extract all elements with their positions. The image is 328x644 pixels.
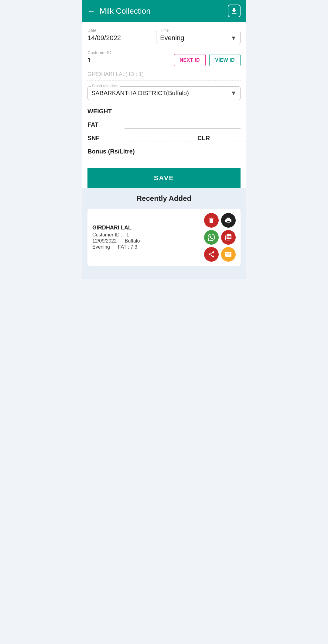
delete-icon [208, 217, 215, 224]
time-dropdown-arrow: ▼ [231, 35, 237, 42]
pdf-button[interactable] [221, 230, 236, 245]
fat-row: FAT [87, 121, 241, 129]
time-dropdown[interactable]: Time Evening ▼ [156, 31, 241, 44]
fat-label: FAT [87, 121, 121, 128]
time-value: Evening ▼ [160, 34, 237, 42]
back-button[interactable]: ← [87, 6, 95, 16]
email-button[interactable] [221, 247, 236, 262]
share-icon [208, 251, 215, 258]
recent-card-actions [204, 213, 236, 262]
export-button[interactable] [228, 5, 241, 17]
rate-chart-wrapper[interactable]: Select rate chart SABARKANTHA DISTRICT(B… [87, 86, 241, 100]
form-area: Date 14/09/2022 Time Evening ▼ Customer … [82, 22, 246, 188]
view-id-button[interactable]: VIEW ID [209, 54, 241, 66]
export-icon [230, 7, 238, 15]
recent-card: GIRDHARI LAL Customer ID : 1 12/09/2022 … [87, 209, 241, 266]
whatsapp-button[interactable] [204, 230, 219, 245]
clr-input[interactable] [233, 134, 246, 142]
whatsapp-icon [208, 234, 215, 241]
time-selected: Evening [160, 34, 184, 42]
action-row-top [204, 213, 236, 228]
time-label: Time [159, 28, 170, 33]
customer-id-value[interactable]: 1 [87, 56, 170, 66]
clr-pair: CLR [197, 134, 246, 142]
recently-added-section: Recently Added GIRDHARI LAL Customer ID … [82, 188, 246, 279]
weight-row: WEIGHT [87, 107, 241, 115]
fields-section: WEIGHT FAT SNF CLR Bonus (Rs/Litre) [87, 107, 241, 165]
date-time-row: Date 14/09/2022 Time Evening ▼ [87, 28, 241, 44]
snf-input[interactable] [123, 134, 194, 142]
app-header: ← Milk Collection [82, 0, 246, 22]
customer-name-display: GIRDHARI LAL( ID : 1) [87, 71, 241, 81]
save-button[interactable]: SAVE [87, 168, 241, 188]
date-label: Date [87, 28, 151, 33]
recent-card-info: GIRDHARI LAL Customer ID : 1 12/09/2022 … [92, 225, 204, 250]
recent-customer-name: GIRDHARI LAL [92, 225, 204, 231]
customer-id-label: Customer ID [87, 50, 170, 55]
bonus-label: Bonus (Rs/Litre) [87, 148, 135, 155]
delete-button[interactable] [204, 213, 219, 228]
clr-label: CLR [197, 135, 231, 142]
next-id-button[interactable]: NEXT ID [174, 54, 206, 66]
customer-id-field: Customer ID 1 [87, 50, 170, 66]
customer-id-row: Customer ID 1 NEXT ID VIEW ID [87, 50, 241, 66]
bonus-row: Bonus (Rs/Litre) [87, 147, 241, 155]
weight-label: WEIGHT [87, 108, 121, 115]
snf-clr-row: SNF CLR [87, 134, 241, 142]
rate-chart-label: Select rate chart [91, 84, 120, 88]
rate-chart-selected: SABARKANTHA DISTRICT(Buffalo) [91, 90, 189, 97]
date-value: 14/09/2022 [87, 34, 151, 44]
snf-label: SNF [87, 135, 121, 142]
recent-session-fat: Evening FAT : 7.3 [92, 244, 204, 250]
fat-input[interactable] [125, 121, 241, 129]
action-row-bottom [204, 247, 236, 262]
rate-chart-arrow: ▼ [231, 90, 237, 97]
recently-added-title: Recently Added [87, 194, 241, 203]
pdf-icon [225, 234, 232, 241]
email-icon [225, 251, 232, 258]
recent-date-animal: 12/09/2022 Buffalo [92, 238, 204, 244]
page-title: Milk Collection [100, 6, 151, 16]
print-icon [225, 217, 232, 224]
header-left: ← Milk Collection [87, 6, 151, 16]
bonus-input[interactable] [138, 147, 241, 155]
action-row-middle [204, 230, 236, 245]
weight-input[interactable] [125, 107, 241, 115]
recent-card-row: GIRDHARI LAL Customer ID : 1 12/09/2022 … [92, 213, 236, 262]
snf-pair: SNF [87, 134, 194, 142]
date-field: Date 14/09/2022 [87, 28, 151, 44]
print-button[interactable] [221, 213, 236, 228]
rate-chart-value: SABARKANTHA DISTRICT(Buffalo) ▼ [91, 90, 237, 97]
recent-customer-id: Customer ID : 1 [92, 232, 204, 238]
share-button[interactable] [204, 247, 219, 262]
